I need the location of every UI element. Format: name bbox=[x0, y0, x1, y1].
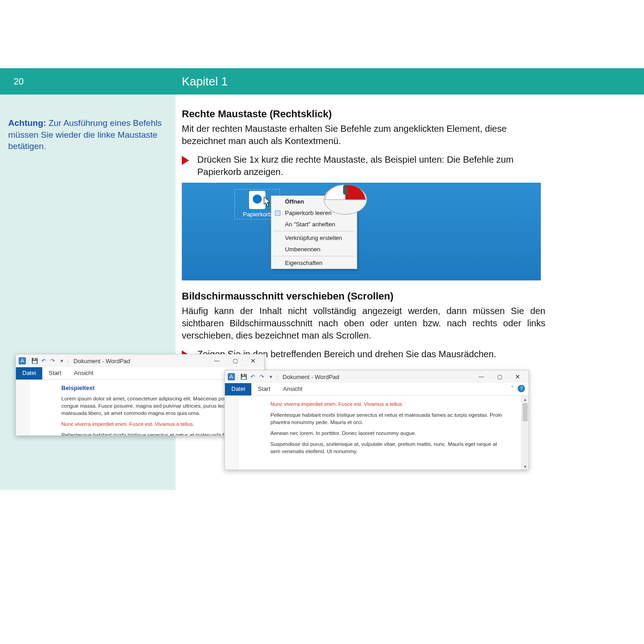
window-controls: — ▢ ✕ bbox=[208, 354, 262, 367]
scroll-up-icon[interactable]: ▴ bbox=[522, 396, 529, 402]
context-separator-1 bbox=[273, 231, 355, 231]
maximize-button[interactable]: ▢ bbox=[226, 354, 244, 367]
scroll-thumb[interactable] bbox=[523, 403, 528, 421]
save-icon[interactable]: 💾 bbox=[31, 357, 38, 364]
save-icon[interactable]: 💾 bbox=[240, 373, 247, 380]
section-2-intro: Häufig kann der Inhalt nicht vollständig… bbox=[182, 305, 545, 342]
vertical-scrollbar[interactable]: ▴ ▾ bbox=[521, 396, 529, 469]
mouse-illustration bbox=[318, 178, 373, 217]
tab-start[interactable]: Start bbox=[42, 367, 67, 379]
app-icon: A bbox=[19, 357, 26, 364]
minimize-button[interactable]: — bbox=[472, 370, 490, 383]
bullet-1-text: Drücken Sie 1x kurz die rechte Maustaste… bbox=[197, 154, 545, 178]
window-controls: — ▢ ✕ bbox=[472, 370, 527, 383]
main-content: Rechte Maustaste (Rechtsklick) Mit der r… bbox=[182, 95, 545, 365]
desktop-screenshot: Papierkorb Öffnen Papierkorb leeren An "… bbox=[182, 183, 541, 280]
close-button[interactable]: ✕ bbox=[509, 370, 527, 383]
scroll-down-icon[interactable]: ▾ bbox=[522, 463, 529, 469]
doc-p3: Suspendisse dui purus, scelerisque at, v… bbox=[270, 440, 508, 455]
undo-icon[interactable]: ↶ bbox=[40, 357, 47, 364]
doc-red: Nunc viverra imperdiet enim. Fusce est. … bbox=[61, 420, 250, 428]
tab-datei[interactable]: Datei bbox=[16, 367, 42, 379]
redo-icon[interactable]: ↷ bbox=[49, 357, 56, 364]
section-2-heading: Bildschirmausschnitt verschieben (Scroll… bbox=[182, 290, 545, 302]
document-area[interactable]: Nunc viverra imperdiet enim. Fusce est. … bbox=[239, 396, 521, 469]
doc-heading: Beispieltext bbox=[61, 384, 250, 391]
wordpad-body: Nunc viverra imperdiet enim. Fusce est. … bbox=[225, 396, 529, 469]
tab-ansicht[interactable]: Ansicht bbox=[277, 383, 309, 395]
tab-ansicht[interactable]: Ansicht bbox=[68, 367, 100, 379]
qat-dropdown-icon[interactable]: ▾ bbox=[58, 357, 65, 364]
tab-start[interactable]: Start bbox=[251, 383, 276, 395]
chapter-title: Kapitel 1 bbox=[182, 75, 228, 89]
undo-icon[interactable]: ↶ bbox=[249, 373, 256, 380]
ribbon-right: ˅ ? bbox=[511, 385, 525, 392]
ruler bbox=[225, 396, 239, 469]
titlebar[interactable]: A | 💾 ↶ ↷ ▾ | Dokument - WordPad — ▢ ✕ bbox=[16, 354, 264, 367]
attention-note: Achtung: Zur Ausführung eines Befehls mü… bbox=[8, 117, 167, 152]
red-triangle-icon bbox=[182, 156, 189, 165]
titlebar[interactable]: A | 💾 ↶ ↷ ▾ | Dokument - WordPad — ▢ ✕ bbox=[225, 370, 529, 383]
window-title: Dokument - WordPad bbox=[74, 358, 130, 364]
doc-p1: Lorem ipsum dolor sit amet, consectetuer… bbox=[61, 395, 250, 417]
redo-icon[interactable]: ↷ bbox=[258, 373, 265, 380]
context-separator-2 bbox=[273, 256, 355, 256]
page-number: 20 bbox=[14, 76, 24, 87]
section-1-heading: Rechte Maustaste (Rechtsklick) bbox=[182, 108, 545, 120]
doc-p2: Aenean nec lorem. In porttitor. Donec la… bbox=[270, 429, 508, 437]
doc-p2: Pellentesque habitant morbi tristique se… bbox=[61, 431, 250, 435]
context-properties[interactable]: Eigenschaften bbox=[271, 257, 357, 269]
context-pin[interactable]: An "Start" anheften bbox=[271, 219, 357, 230]
attention-label: Achtung: bbox=[8, 118, 46, 128]
bullet-1: Drücken Sie 1x kurz die rechte Maustaste… bbox=[182, 154, 545, 178]
window-title: Dokument - WordPad bbox=[283, 374, 339, 380]
section-1-intro: Mit der rechten Maustaste erhalten Sie B… bbox=[182, 123, 545, 147]
qat-dropdown-icon[interactable]: ▾ bbox=[267, 373, 275, 380]
ruler bbox=[16, 380, 30, 435]
recycle-mini-icon bbox=[275, 210, 280, 216]
context-shortcut[interactable]: Verknüpfung erstellen bbox=[271, 232, 357, 244]
doc-p1: Pellentesque habitant morbi tristique se… bbox=[270, 411, 508, 426]
svg-rect-1 bbox=[343, 185, 348, 195]
help-icon[interactable]: ? bbox=[518, 385, 525, 392]
app-icon: A bbox=[228, 373, 235, 380]
doc-red: Nunc viverra imperdiet enim. Fusce est. … bbox=[270, 400, 508, 408]
tab-datei[interactable]: Datei bbox=[225, 383, 251, 395]
wordpad-window-2: A | 💾 ↶ ↷ ▾ | Dokument - WordPad — ▢ ✕ D… bbox=[225, 370, 529, 470]
ribbon-collapse-icon[interactable]: ˅ bbox=[511, 385, 514, 392]
context-rename[interactable]: Umbenennen bbox=[271, 244, 357, 255]
minimize-button[interactable]: — bbox=[208, 354, 226, 367]
maximize-button[interactable]: ▢ bbox=[490, 370, 509, 383]
ribbon-tabs: Datei Start Ansicht ˅ ? bbox=[225, 383, 529, 396]
close-button[interactable]: ✕ bbox=[244, 354, 262, 367]
chapter-header: 20 Kapitel 1 bbox=[0, 68, 644, 95]
